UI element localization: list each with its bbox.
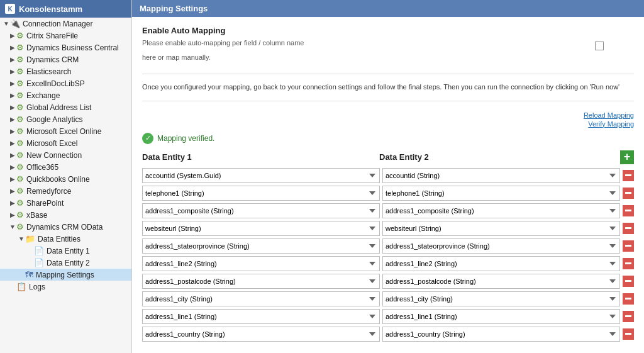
verified-text: Mapping verified. [157, 134, 214, 143]
entity2-select[interactable]: address1_postalcode (String) [382, 274, 620, 289]
sidebar-item-microsoft_excel[interactable]: ▶⚙Microsoft Excel [0, 137, 131, 149]
auto-mapping-row: Enable Auto Mapping Please enable auto-m… [142, 26, 634, 66]
entity1-select[interactable]: address1_line1 (String) [142, 309, 380, 324]
action-links: Reload Mapping Verify Mapping [142, 111, 634, 128]
toggle-icon[interactable]: ▼ [9, 223, 16, 230]
delete-mapping-button[interactable] [623, 223, 634, 234]
delete-mapping-button[interactable] [623, 293, 634, 305]
sidebar-item-new_connection[interactable]: ▶⚙New Connection [0, 149, 131, 161]
toggle-icon[interactable]: ▶ [9, 104, 16, 111]
sidebar-item-dynamics_crm[interactable]: ▶⚙Dynamics CRM [0, 53, 131, 65]
delete-mapping-button[interactable] [623, 328, 634, 340]
entity2-select[interactable]: address1_composite (String) [382, 203, 620, 218]
entity2-select[interactable]: telephone1 (String) [382, 186, 620, 201]
sidebar-item-microsoft_excel_online[interactable]: ▶⚙Microsoft Excel Online [0, 125, 131, 137]
sidebar-item-dynamics_business_central[interactable]: ▶⚙Dynamics Business Central [0, 42, 131, 53]
toggle-icon[interactable]: ▶ [9, 140, 16, 147]
toggle-icon[interactable]: ▶ [9, 80, 16, 87]
toggle-icon[interactable]: ▶ [9, 92, 16, 99]
sidebar-item-data_entity_2[interactable]: 📄Data Entity 2 [0, 257, 131, 269]
entity1-select[interactable]: websiteurl (String) [142, 221, 380, 236]
sidebar-item-remedyforce[interactable]: ▶⚙Remedyforce [0, 185, 131, 197]
entity2-select[interactable]: address1_line2 (String) [382, 256, 620, 271]
sidebar-item-xbase[interactable]: ▶⚙xBase [0, 209, 131, 221]
sidebar-item-connection-manager[interactable]: ▼ 🔌 Connection Manager [0, 18, 131, 30]
gear-icon: ⚙ [16, 126, 24, 136]
sidebar-item-office365[interactable]: ▶⚙Office365 [0, 161, 131, 173]
delete-mapping-button[interactable] [623, 311, 634, 322]
toggle-icon[interactable]: ▶ [9, 211, 16, 218]
doc-icon: 📄 [34, 246, 44, 255]
delete-mapping-button[interactable] [623, 258, 634, 269]
sidebar-item-mapping_settings[interactable]: 🗺Mapping Settings [0, 269, 131, 281]
sidebar-item-label: Exchange [26, 91, 60, 100]
table-row: address1_postalcode (String)address1_pos… [142, 274, 634, 289]
entity2-header: Data Entity 2 [379, 152, 616, 162]
sidebar-item-label: SharePoint [26, 199, 64, 208]
entity1-select[interactable]: address1_stateorprovince (String) [142, 238, 380, 254]
sidebar-item-label: Dynamics Business Central [26, 43, 119, 52]
delete-mapping-button[interactable] [623, 205, 634, 216]
sidebar-item-exchange[interactable]: ▶⚙Exchange [0, 89, 131, 101]
entity1-select[interactable]: address1_postalcode (String) [142, 274, 380, 289]
gear-icon: ⚙ [16, 91, 24, 100]
sidebar-item-label: Citrix ShareFile [26, 31, 78, 40]
gear-icon: ⚙ [16, 186, 24, 196]
entity1-select[interactable]: address1_composite (String) [142, 203, 380, 218]
reload-mapping-link[interactable]: Reload Mapping [584, 111, 634, 119]
sidebar-item-quickbooks_online[interactable]: ▶⚙Quickbooks Online [0, 173, 131, 185]
toggle-icon[interactable]: ▶ [9, 116, 16, 123]
sidebar-item-elasticsearch[interactable]: ▶⚙Elasticsearch [0, 65, 131, 77]
toggle-cm[interactable]: ▼ [3, 20, 10, 27]
verify-mapping-link[interactable]: Verify Mapping [588, 120, 634, 128]
entity2-select[interactable]: address1_stateorprovince (String) [382, 238, 620, 254]
toggle-icon[interactable]: ▼ [18, 235, 25, 242]
entity2-select[interactable]: address1_country (String) [382, 327, 620, 342]
auto-mapping-checkbox[interactable] [595, 42, 604, 50]
sidebar-item-data_entity_1[interactable]: 📄Data Entity 1 [0, 245, 131, 257]
delete-mapping-button[interactable] [623, 188, 634, 199]
sidebar-item-label: Data Entity 1 [47, 247, 90, 255]
sidebar-item-global_address_list[interactable]: ▶⚙Global Address List [0, 101, 131, 113]
sidebar-item-dynamics_crm_odata[interactable]: ▼⚙Dynamics CRM OData [0, 221, 131, 233]
entity1-select[interactable]: address1_country (String) [142, 327, 380, 342]
toggle-icon[interactable]: ▶ [9, 188, 16, 194]
entity1-select[interactable]: address1_line2 (String) [142, 256, 380, 271]
sidebar-item-logs[interactable]: 📋Logs [0, 281, 131, 293]
sidebar-root-label: Konsolenstamm [19, 4, 82, 14]
delete-mapping-button[interactable] [623, 276, 634, 287]
sidebar-item-citrix_sharefile[interactable]: ▶⚙Citrix ShareFile [0, 30, 131, 42]
toggle-icon[interactable]: ▶ [9, 68, 16, 75]
toggle-icon[interactable]: ▶ [9, 32, 16, 39]
sidebar-item-label: Office365 [26, 163, 58, 172]
toggle-icon[interactable]: ▶ [9, 199, 16, 206]
entity1-select[interactable]: address1_city (String) [142, 291, 380, 306]
toggle-icon[interactable]: ▶ [9, 164, 16, 171]
info-text: Once you configured your mapping, go bac… [142, 82, 634, 101]
toggle-icon[interactable]: ▶ [9, 44, 16, 51]
sidebar-item-label: ExcelInDocLibSP [26, 79, 85, 88]
entity2-select[interactable]: websiteurl (String) [382, 221, 620, 236]
entity1-select[interactable]: accountid (System.Guid) [142, 168, 380, 183]
sidebar-item-label: New Connection [26, 151, 82, 160]
toggle-icon[interactable]: ▶ [9, 128, 16, 135]
toggle-icon[interactable]: ▶ [9, 176, 16, 182]
entity1-header: Data Entity 1 [142, 152, 379, 162]
entity1-select[interactable]: telephone1 (String) [142, 186, 380, 201]
sidebar-item-excelindoclibsp[interactable]: ▶⚙ExcelInDocLibSP [0, 77, 131, 89]
gear-icon: ⚙ [16, 222, 24, 232]
delete-mapping-button[interactable] [623, 240, 634, 252]
entity2-select[interactable]: address1_city (String) [382, 291, 620, 306]
auto-mapping-desc-2: here or map manually. [142, 52, 304, 63]
delete-mapping-button[interactable] [623, 170, 634, 181]
entity2-select[interactable]: accountid (String) [382, 168, 620, 183]
sidebar-item-google_analytics[interactable]: ▶⚙Google Analytics [0, 113, 131, 125]
sidebar-item-sharepoint[interactable]: ▶⚙SharePoint [0, 197, 131, 209]
toggle-icon[interactable]: ▶ [9, 56, 16, 63]
add-mapping-button[interactable]: + [620, 150, 634, 164]
entity2-select[interactable]: address1_line1 (String) [382, 309, 620, 324]
auto-mapping-title: Enable Auto Mapping [142, 26, 304, 35]
sidebar-item-data_entities[interactable]: ▼📁Data Entities [0, 233, 131, 245]
mapping-verified-bar: ✓ Mapping verified. [142, 133, 634, 144]
toggle-icon[interactable]: ▶ [9, 152, 16, 159]
